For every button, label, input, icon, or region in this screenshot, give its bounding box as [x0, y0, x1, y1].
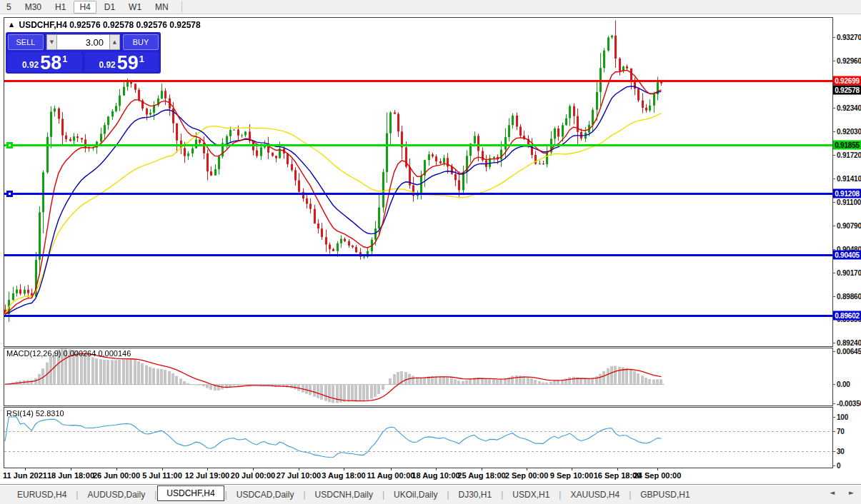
rsi-indicator-panel — [4, 407, 833, 468]
time-axis-label: 27 Jul 10:00 — [277, 471, 321, 480]
chart-tab-ukoil-daily[interactable]: UKOil,Daily — [385, 487, 446, 503]
price-axis-tick — [832, 61, 835, 61]
time-axis-label: 11 Jun 2021 — [3, 471, 47, 480]
timeframe-button-d1[interactable]: D1 — [99, 1, 121, 14]
buy-price-big-digits: 59 — [117, 54, 139, 72]
price-axis-tick — [832, 273, 835, 273]
sell-price-prefix: 0.92 — [22, 60, 39, 70]
macd-axis-label: 0.006451 — [837, 348, 861, 356]
time-axis-label: 12 Jul 19:00 — [185, 471, 229, 480]
resistance-line-price-tag[interactable]: 0.92699 — [833, 76, 861, 85]
time-axis-label: 5 Jul 11:00 — [142, 471, 182, 480]
price-axis-label: 0.92030 — [837, 127, 861, 135]
price-axis-tick — [832, 296, 835, 297]
timeframe-button-h4[interactable]: H4 — [74, 1, 96, 14]
time-axis-tick — [299, 468, 299, 470]
volume-increase-button[interactable]: ▲ — [109, 34, 120, 50]
timeframe-button-w1[interactable]: W1 — [123, 1, 147, 14]
time-axis-label: 25 Aug 18:00 — [457, 471, 505, 480]
trading-terminal-window: 5M30H1H4D1W1MN ▲ USDCHF,H4 0.92576 0.925… — [0, 0, 861, 504]
time-axis-label: 18 Jun 18:00 — [47, 471, 94, 480]
price-axis-tick — [832, 108, 835, 109]
timeframe-button-5[interactable]: 5 — [1, 1, 17, 14]
rsi-axis-tick — [832, 417, 835, 418]
price-axis-tick — [832, 37, 835, 38]
buy-price-display[interactable]: 0.92591 — [85, 52, 159, 72]
chart-tab-eurusd-h4[interactable]: EURUSD,H4 — [9, 487, 75, 503]
time-axis-label: 9 Sep 10:00 — [550, 471, 594, 480]
timeframe-button-mn[interactable]: MN — [149, 1, 174, 14]
one-click-trading-panel: SELL ▼ 3.00 ▲ BUY 0.92581 0.92591 — [6, 32, 161, 74]
price-axis-tick — [832, 131, 835, 132]
price-axis-tick — [832, 202, 835, 203]
price-axis-tick — [832, 343, 835, 343]
chart-tab-dj30-h1[interactable]: DJ30,H1 — [450, 487, 501, 503]
volume-spinner: ▼ 3.00 ▲ — [46, 34, 120, 50]
time-axis-tick — [527, 468, 527, 470]
price-axis-label: 0.89860 — [837, 292, 861, 300]
time-axis-tick — [25, 468, 26, 470]
chart-title: ▲ USDCHF,H4 0.92576 0.92578 0.92576 0.92… — [9, 20, 201, 30]
current-price-tag[interactable]: 0.92578 — [833, 85, 861, 94]
green-support-price-tag[interactable]: 0.91855 — [833, 140, 861, 149]
timeframe-toolbar: 5M30H1H4D1W1MN — [0, 0, 861, 14]
macd-axis-label: 0.00 — [837, 380, 850, 388]
macd-axis-tick — [832, 351, 835, 352]
buy-price-prefix: 0.92 — [99, 60, 115, 70]
time-axis-tick — [162, 468, 163, 470]
time-axis-label: 20 Jul 00:00 — [231, 471, 275, 480]
caret-down-icon: ▼ — [50, 39, 54, 45]
rsi-axis-label: 0 — [837, 462, 840, 470]
rsi-indicator-label: RSI(14) 52.8310 — [6, 409, 64, 418]
blue-level-2-price-tag[interactable]: 0.90405 — [833, 250, 861, 259]
chart-tab-usdx-h1[interactable]: USDX,H1 — [504, 487, 558, 503]
chart-tab-audusd-daily[interactable]: AUDUSD,Daily — [79, 487, 154, 503]
blue-level-1-price-tag[interactable]: 0.91208 — [833, 189, 861, 198]
timeframe-button-h1[interactable]: H1 — [49, 1, 71, 14]
time-axis-label: 3 Aug 18:00 — [322, 471, 365, 480]
time-axis-tick — [391, 468, 392, 470]
time-axis-tick — [617, 468, 618, 470]
caret-up-icon: ▲ — [113, 39, 116, 45]
rsi-axis-tick — [832, 465, 835, 466]
buy-price-pipette: 1 — [139, 54, 144, 64]
volume-input[interactable]: 3.00 — [57, 34, 109, 50]
rsi-axis-label: 100 — [837, 413, 848, 420]
time-axis-tick — [657, 468, 658, 470]
chart-symbol-period: USDCHF,H4 — [19, 20, 67, 30]
price-axis-label: 0.92960 — [837, 57, 861, 65]
collapse-panel-icon[interactable]: ▲ — [9, 21, 14, 28]
chart-tab-usdchf-h4[interactable]: USDCHF,H4 — [157, 485, 224, 501]
timeframe-button-m30[interactable]: M30 — [19, 1, 47, 14]
time-axis-tick — [436, 468, 437, 470]
tab-scroll-right-icon[interactable]: ► — [849, 489, 854, 496]
buy-button[interactable]: BUY — [123, 34, 159, 50]
time-axis-label: 11 Aug 00:00 — [367, 471, 415, 480]
time-axis-tick — [207, 468, 208, 470]
macd-axis-tick — [832, 403, 835, 404]
chart-tab-usdcnh-daily[interactable]: USDCNH,Daily — [307, 487, 382, 503]
price-axis-label: 0.91410 — [837, 174, 861, 182]
price-axis-label: 0.90790 — [837, 221, 861, 229]
macd-axis-label: -0.00350 — [837, 399, 861, 407]
sell-button[interactable]: SELL — [8, 34, 44, 50]
chart-tab-usdcad-daily[interactable]: USDCAD,Daily — [228, 487, 303, 503]
chart-tab-xauusd-h4[interactable]: XAUUSD,H4 — [562, 487, 628, 503]
tab-scroll-left-icon[interactable]: ◄ — [830, 489, 835, 496]
rsi-axis-label: 70 — [837, 428, 845, 435]
blue-level-3-price-tag[interactable]: 0.89602 — [833, 311, 861, 320]
sell-price-pipette: 1 — [62, 54, 67, 64]
time-axis-tick — [116, 468, 117, 470]
sell-price-display[interactable]: 0.92581 — [8, 52, 82, 72]
price-axis-tick — [832, 178, 835, 179]
macd-indicator-label: MACD(12,26,9) 0.000264 0.000146 — [6, 349, 131, 358]
volume-decrease-button[interactable]: ▼ — [46, 34, 57, 50]
macd-axis-tick — [832, 384, 835, 385]
chart-tab-gbpusd-h1[interactable]: GBPUSD,H1 — [632, 487, 698, 503]
rsi-canvas[interactable] — [4, 408, 832, 468]
time-axis-tick — [71, 468, 71, 470]
chart-ohlc-values: 0.92576 0.92578 0.92576 0.92578 — [69, 20, 201, 30]
price-axis-tick — [832, 226, 835, 226]
time-axis-tick — [253, 468, 254, 470]
time-axis-tick — [482, 468, 482, 470]
